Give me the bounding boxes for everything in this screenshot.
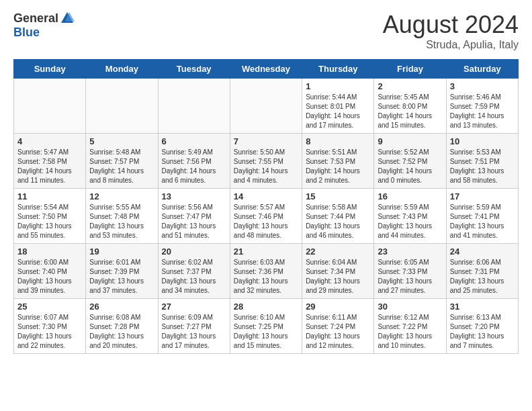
day-info: Sunrise: 6:09 AMSunset: 7:27 PMDaylight:… [162, 313, 226, 351]
day-number: 2 [378, 81, 442, 91]
calendar-cell-10: 10Sunrise: 5:53 AMSunset: 7:51 PMDayligh… [446, 134, 518, 189]
calendar-cell-empty [158, 79, 230, 134]
weekday-header-row: SundayMondayTuesdayWednesdayThursdayFrid… [14, 60, 519, 79]
weekday-header-wednesday: Wednesday [230, 60, 302, 79]
day-info: Sunrise: 5:54 AMSunset: 7:50 PMDaylight:… [17, 203, 82, 240]
calendar-week-row: 18Sunrise: 6:00 AMSunset: 7:40 PMDayligh… [14, 244, 519, 299]
day-number: 23 [378, 246, 442, 257]
day-number: 19 [89, 246, 154, 257]
calendar-cell-19: 19Sunrise: 6:01 AMSunset: 7:39 PMDayligh… [86, 244, 158, 299]
location-subtitle: Struda, Apulia, Italy [383, 39, 519, 51]
day-info: Sunrise: 6:05 AMSunset: 7:33 PMDaylight:… [378, 258, 442, 295]
calendar-cell-4: 4Sunrise: 5:47 AMSunset: 7:58 PMDaylight… [14, 134, 86, 189]
calendar-table: SundayMondayTuesdayWednesdayThursdayFrid… [13, 59, 519, 354]
day-info: Sunrise: 5:59 AMSunset: 7:43 PMDaylight:… [378, 203, 442, 240]
day-info: Sunrise: 5:48 AMSunset: 7:57 PMDaylight:… [89, 148, 154, 185]
day-info: Sunrise: 5:49 AMSunset: 7:56 PMDaylight:… [162, 148, 226, 185]
day-info: Sunrise: 6:01 AMSunset: 7:39 PMDaylight:… [89, 258, 154, 295]
day-number: 17 [450, 191, 515, 201]
calendar-cell-1: 1Sunrise: 5:44 AMSunset: 8:01 PMDaylight… [302, 79, 374, 134]
day-info: Sunrise: 5:52 AMSunset: 7:52 PMDaylight:… [378, 148, 442, 185]
calendar-cell-29: 29Sunrise: 6:11 AMSunset: 7:24 PMDayligh… [302, 299, 374, 354]
calendar-cell-23: 23Sunrise: 6:05 AMSunset: 7:33 PMDayligh… [374, 244, 446, 299]
day-number: 6 [162, 136, 226, 146]
day-info: Sunrise: 6:03 AMSunset: 7:36 PMDaylight:… [234, 258, 298, 295]
calendar-cell-2: 2Sunrise: 5:45 AMSunset: 8:00 PMDaylight… [374, 79, 446, 134]
day-info: Sunrise: 5:59 AMSunset: 7:41 PMDaylight:… [450, 203, 515, 240]
calendar-cell-27: 27Sunrise: 6:09 AMSunset: 7:27 PMDayligh… [158, 299, 230, 354]
day-number: 16 [378, 191, 442, 201]
day-number: 31 [450, 302, 515, 312]
calendar-cell-30: 30Sunrise: 6:12 AMSunset: 7:22 PMDayligh… [374, 299, 446, 354]
weekday-header-friday: Friday [374, 60, 446, 79]
day-number: 26 [89, 302, 154, 312]
calendar-cell-6: 6Sunrise: 5:49 AMSunset: 7:56 PMDaylight… [158, 134, 230, 189]
day-number: 27 [162, 302, 226, 312]
month-title: August 2024 [383, 11, 519, 39]
day-info: Sunrise: 6:08 AMSunset: 7:28 PMDaylight:… [89, 313, 154, 351]
calendar-cell-26: 26Sunrise: 6:08 AMSunset: 7:28 PMDayligh… [86, 299, 158, 354]
day-info: Sunrise: 6:02 AMSunset: 7:37 PMDaylight:… [162, 258, 226, 295]
logo-general-text: General [13, 11, 58, 26]
day-info: Sunrise: 6:12 AMSunset: 7:22 PMDaylight:… [378, 313, 442, 351]
calendar-cell-22: 22Sunrise: 6:04 AMSunset: 7:34 PMDayligh… [302, 244, 374, 299]
day-info: Sunrise: 5:57 AMSunset: 7:46 PMDaylight:… [234, 203, 298, 240]
day-number: 24 [450, 246, 515, 257]
calendar-cell-9: 9Sunrise: 5:52 AMSunset: 7:52 PMDaylight… [374, 134, 446, 189]
calendar-cell-8: 8Sunrise: 5:51 AMSunset: 7:53 PMDaylight… [302, 134, 374, 189]
calendar-cell-12: 12Sunrise: 5:55 AMSunset: 7:48 PMDayligh… [86, 189, 158, 244]
day-info: Sunrise: 5:58 AMSunset: 7:44 PMDaylight:… [306, 203, 370, 240]
day-number: 29 [306, 302, 370, 312]
day-number: 28 [234, 302, 298, 312]
calendar-cell-24: 24Sunrise: 6:06 AMSunset: 7:31 PMDayligh… [446, 244, 518, 299]
weekday-header-saturday: Saturday [446, 60, 518, 79]
day-number: 18 [17, 246, 82, 257]
page-container: General Blue August 2024 Struda, Apulia,… [0, 0, 532, 365]
weekday-header-tuesday: Tuesday [158, 60, 230, 79]
day-number: 30 [378, 302, 442, 312]
day-info: Sunrise: 6:00 AMSunset: 7:40 PMDaylight:… [17, 258, 82, 295]
day-number: 15 [306, 191, 370, 201]
calendar-cell-3: 3Sunrise: 5:46 AMSunset: 7:59 PMDaylight… [446, 79, 518, 134]
logo: General Blue [13, 11, 75, 40]
day-number: 22 [306, 246, 370, 257]
calendar-cell-7: 7Sunrise: 5:50 AMSunset: 7:55 PMDaylight… [230, 134, 302, 189]
day-info: Sunrise: 6:04 AMSunset: 7:34 PMDaylight:… [306, 258, 370, 295]
day-info: Sunrise: 5:50 AMSunset: 7:55 PMDaylight:… [234, 148, 298, 185]
day-number: 9 [378, 136, 442, 146]
day-info: Sunrise: 5:53 AMSunset: 7:51 PMDaylight:… [450, 148, 515, 185]
calendar-week-row: 1Sunrise: 5:44 AMSunset: 8:01 PMDaylight… [14, 79, 519, 134]
day-number: 20 [162, 246, 226, 257]
calendar-cell-13: 13Sunrise: 5:56 AMSunset: 7:47 PMDayligh… [158, 189, 230, 244]
calendar-cell-empty [230, 79, 302, 134]
calendar-cell-25: 25Sunrise: 6:07 AMSunset: 7:30 PMDayligh… [14, 299, 86, 354]
day-info: Sunrise: 6:06 AMSunset: 7:31 PMDaylight:… [450, 258, 515, 295]
calendar-cell-15: 15Sunrise: 5:58 AMSunset: 7:44 PMDayligh… [302, 189, 374, 244]
calendar-cell-14: 14Sunrise: 5:57 AMSunset: 7:46 PMDayligh… [230, 189, 302, 244]
day-info: Sunrise: 5:55 AMSunset: 7:48 PMDaylight:… [89, 203, 154, 240]
day-number: 14 [234, 191, 298, 201]
calendar-cell-18: 18Sunrise: 6:00 AMSunset: 7:40 PMDayligh… [14, 244, 86, 299]
day-number: 13 [162, 191, 226, 201]
weekday-header-thursday: Thursday [302, 60, 374, 79]
day-number: 5 [89, 136, 154, 146]
calendar-cell-16: 16Sunrise: 5:59 AMSunset: 7:43 PMDayligh… [374, 189, 446, 244]
day-number: 7 [234, 136, 298, 146]
day-info: Sunrise: 5:45 AMSunset: 8:00 PMDaylight:… [378, 93, 442, 130]
title-area: August 2024 Struda, Apulia, Italy [383, 11, 519, 51]
calendar-cell-21: 21Sunrise: 6:03 AMSunset: 7:36 PMDayligh… [230, 244, 302, 299]
day-number: 1 [306, 81, 370, 91]
day-info: Sunrise: 6:07 AMSunset: 7:30 PMDaylight:… [17, 313, 82, 351]
calendar-cell-11: 11Sunrise: 5:54 AMSunset: 7:50 PMDayligh… [14, 189, 86, 244]
calendar-cell-31: 31Sunrise: 6:13 AMSunset: 7:20 PMDayligh… [446, 299, 518, 354]
calendar-week-row: 4Sunrise: 5:47 AMSunset: 7:58 PMDaylight… [14, 134, 519, 189]
calendar-cell-empty [14, 79, 86, 134]
page-header: General Blue August 2024 Struda, Apulia,… [13, 11, 519, 51]
calendar-week-row: 11Sunrise: 5:54 AMSunset: 7:50 PMDayligh… [14, 189, 519, 244]
calendar-week-row: 25Sunrise: 6:07 AMSunset: 7:30 PMDayligh… [14, 299, 519, 354]
calendar-cell-17: 17Sunrise: 5:59 AMSunset: 7:41 PMDayligh… [446, 189, 518, 244]
day-number: 12 [89, 191, 154, 201]
day-number: 3 [450, 81, 515, 91]
day-info: Sunrise: 5:56 AMSunset: 7:47 PMDaylight:… [162, 203, 226, 240]
calendar-cell-empty [86, 79, 158, 134]
